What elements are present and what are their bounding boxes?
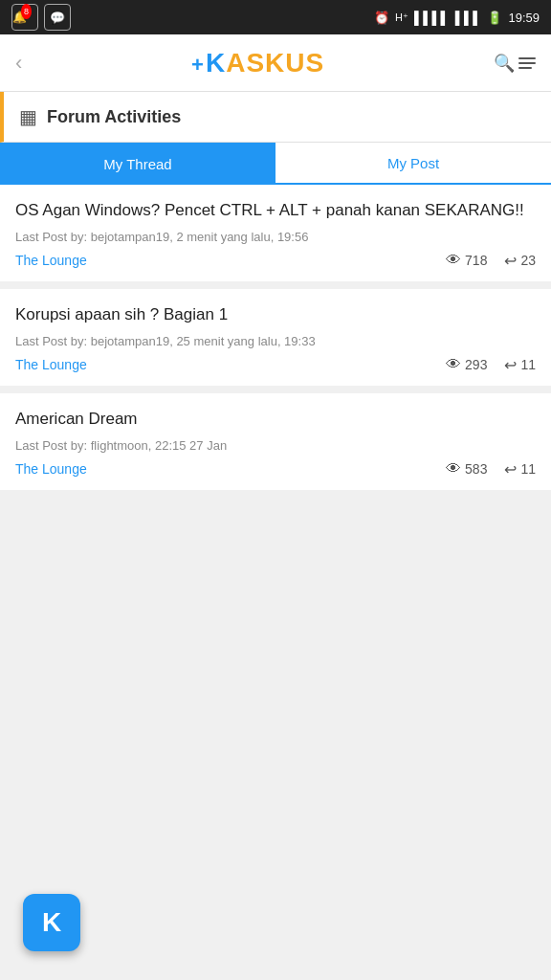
thread-footer: The Lounge 293 11 <box>15 356 536 374</box>
time-display: 19:59 <box>508 11 540 25</box>
thread-category[interactable]: The Lounge <box>15 357 434 372</box>
tabs: My Thread My Post <box>0 143 551 185</box>
views-stat: 583 <box>446 460 487 478</box>
status-bar: 🔔 8 💬 ⏰ H⁺ ▌▌▌▌ ▌▌▌ 🔋 19:59 <box>0 0 551 34</box>
alarm-icon: ⏰ <box>374 11 389 25</box>
reply-icon <box>504 356 517 374</box>
thread-list: OS Agan Windows? Pencet CTRL + ALT + pan… <box>0 185 551 490</box>
logo-plus: + <box>191 53 205 77</box>
thread-footer: The Lounge 718 23 <box>15 252 536 270</box>
replies-stat: 23 <box>504 252 536 270</box>
thread-category[interactable]: The Lounge <box>15 461 434 477</box>
replies-count: 11 <box>520 461 536 477</box>
status-right: ⏰ H⁺ ▌▌▌▌ ▌▌▌ 🔋 19:59 <box>374 11 540 25</box>
thread-meta: Last Post by: flightmoon, 22:15 27 Jan <box>15 438 536 453</box>
messenger-icon: 💬 <box>44 4 71 31</box>
fab-button[interactable]: K <box>23 894 80 951</box>
reply-icon <box>504 252 517 270</box>
back-button[interactable]: ‹ <box>15 51 22 76</box>
logo-askus: ASKUS <box>226 48 324 78</box>
reply-icon <box>504 460 517 479</box>
search-icon: 🔍 <box>494 53 515 74</box>
eye-icon <box>446 460 461 478</box>
tab-my-post[interactable]: My Post <box>276 143 551 185</box>
top-nav: ‹ +KASKUS 🔍 <box>0 34 551 92</box>
notif-badge: 8 <box>21 4 32 19</box>
search-menu-button[interactable]: 🔍 <box>494 53 536 74</box>
thread-footer: The Lounge 583 11 <box>15 460 536 479</box>
wifi-icon: ▌▌▌ <box>455 11 482 25</box>
replies-stat: 11 <box>504 356 536 374</box>
network-h4-icon: H⁺ <box>395 11 408 24</box>
views-count: 583 <box>465 461 487 477</box>
notification-icon: 🔔 8 <box>11 4 38 31</box>
thread-stats: 583 11 <box>446 460 536 479</box>
replies-count: 11 <box>520 357 536 372</box>
forum-header: ▦ Forum Activities <box>0 92 551 143</box>
thread-stats: 293 11 <box>446 356 536 374</box>
forum-icon: ▦ <box>19 105 37 128</box>
thread-item[interactable]: American Dream Last Post by: flightmoon,… <box>0 393 551 490</box>
thread-meta: Last Post by: bejotampan19, 2 menit yang… <box>15 230 536 244</box>
signal-icon: ▌▌▌▌ <box>414 11 450 25</box>
status-left: 🔔 8 💬 <box>11 4 71 31</box>
views-stat: 293 <box>446 356 487 373</box>
thread-item[interactable]: OS Agan Windows? Pencet CTRL + ALT + pan… <box>0 185 551 281</box>
menu-lines-icon <box>518 57 536 69</box>
thread-title: American Dream <box>15 409 536 431</box>
eye-icon <box>446 252 461 269</box>
thread-stats: 718 23 <box>446 252 536 270</box>
battery-icon: 🔋 <box>487 11 502 25</box>
thread-category[interactable]: The Lounge <box>15 253 434 268</box>
forum-title: Forum Activities <box>47 107 181 127</box>
thread-title: OS Agan Windows? Pencet CTRL + ALT + pan… <box>15 200 536 222</box>
logo: +KASKUS <box>191 48 324 78</box>
logo-k: K <box>206 48 226 78</box>
fab-label: K <box>42 907 61 938</box>
thread-meta: Last Post by: bejotampan19, 25 menit yan… <box>15 334 536 348</box>
views-count: 718 <box>465 253 487 268</box>
thread-title: Korupsi apaan sih ? Bagian 1 <box>15 304 536 326</box>
tab-my-thread[interactable]: My Thread <box>0 143 276 185</box>
replies-count: 23 <box>520 253 536 268</box>
thread-item[interactable]: Korupsi apaan sih ? Bagian 1 Last Post b… <box>0 289 551 386</box>
eye-icon <box>446 356 461 373</box>
views-count: 293 <box>465 357 487 372</box>
replies-stat: 11 <box>504 460 536 479</box>
views-stat: 718 <box>446 252 487 269</box>
